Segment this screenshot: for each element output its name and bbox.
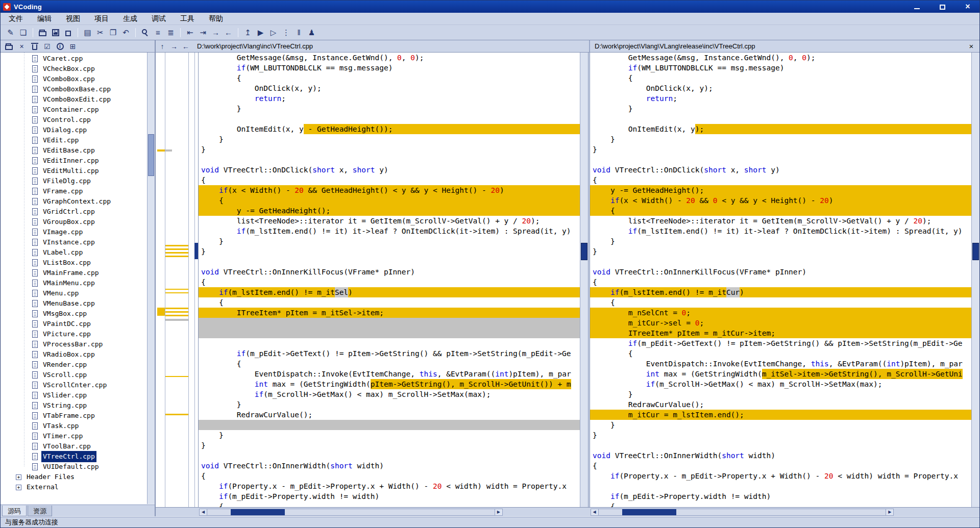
code-line[interactable]: RedrawCurValue(); [199,410,580,420]
code-line[interactable]: { [199,195,580,206]
code-line[interactable]: { [199,277,580,287]
code-line[interactable]: void VTreeCtrl::OnDClick(short x, short … [590,165,971,175]
tree-item[interactable]: VMenuBase.cpp [1,298,147,309]
code-line[interactable]: m_itCur->sel = 0; [590,318,971,328]
code-line[interactable]: m_itCur = m_lstItem.end(); [590,410,971,420]
tree-item[interactable]: VGraphContext.cpp [1,196,147,207]
left-hscrollbar[interactable]: ◀ ▶ [199,509,503,516]
code-line[interactable]: { [590,461,971,471]
pause-icon[interactable]: ‖ [293,27,305,38]
tree-group[interactable]: +External [1,482,147,492]
breakpoints-icon[interactable]: ⋮ [280,27,292,38]
scroll-left-icon[interactable]: ◀ [199,509,207,516]
tile-windows-icon[interactable]: ⊞ [67,41,78,52]
scroll-up-icon[interactable]: ↑ [157,41,167,52]
outdent-icon[interactable]: ⇤ [184,27,196,38]
code-line[interactable]: GetMessage(&msg, Instance.GetWnd(), 0, 0… [199,53,580,63]
scroll-right-icon[interactable]: ▶ [495,509,503,516]
code-line[interactable]: if(m_lstItem.end() != it) it->leaf ? OnI… [590,226,971,236]
right-vscrollbar[interactable] [971,53,979,507]
tree-item[interactable]: VPicture.cpp [1,329,147,339]
deploy-icon[interactable]: ↥ [242,27,254,38]
code-line[interactable]: } [590,104,971,114]
code-line[interactable]: m_nSelCnt = 0; [590,308,971,318]
code-line[interactable]: { [199,73,580,83]
delete-icon[interactable] [29,41,40,52]
new-file-icon[interactable]: ✎ [5,27,16,38]
code-line[interactable]: if(m_lstItem.end() != m_itCur) [590,287,971,297]
tree-scrollbar[interactable] [147,53,155,504]
code-line[interactable]: } [590,430,971,440]
tree-item[interactable]: VToolBar.cpp [1,441,147,451]
tree-item[interactable]: VString.cpp [1,400,147,411]
right-hscroll-track[interactable] [599,509,886,516]
code-line[interactable]: if(m_lstItem.end() != it) it->leaf ? OnI… [199,226,580,236]
tree-item[interactable]: VGridCtrl.cpp [1,207,147,217]
code-line[interactable] [590,114,971,124]
code-line[interactable]: if(Property.x - m_pEdit->Property.x + Wi… [199,481,580,491]
code-line[interactable]: y -= GetHeadHeight(); [199,206,580,216]
nav-forward-icon[interactable]: → [169,41,179,52]
tree-item[interactable]: VEdit.cpp [1,135,147,145]
tree-item[interactable]: VCaret.cpp [1,54,147,64]
menu-item[interactable]: 项目 [87,13,116,24]
menu-item[interactable]: 视图 [59,13,87,24]
expand-icon[interactable]: + [16,485,21,490]
code-line[interactable] [199,114,580,124]
code-line[interactable]: } [199,104,580,114]
tree-item[interactable]: VEditBase.cpp [1,145,147,156]
code-line[interactable]: ITreeItem* pItem = m_itCur->item; [590,328,971,338]
menu-item[interactable]: 文件 [2,13,30,24]
code-line[interactable] [199,420,580,430]
left-code[interactable]: GetMessage(&msg, Instance.GetWnd(), 0, 0… [199,53,580,507]
code-line[interactable] [590,440,971,450]
code-line[interactable]: OnDClick(x, y); [199,83,580,93]
tree-item[interactable]: VComboBoxEdit.cpp [1,94,147,105]
find-icon[interactable] [139,27,151,38]
code-line[interactable] [590,481,971,491]
code-line[interactable]: list<TreeNode>::iterator it = GetItem(m_… [199,216,580,226]
right-hscroll-thumb[interactable] [622,509,676,515]
code-line[interactable] [199,328,580,338]
info-icon[interactable] [55,41,65,52]
tree-item[interactable]: VImage.cpp [1,227,147,237]
code-line[interactable]: int max = (GetStringWidth(pItem->GetStri… [199,379,580,389]
code-line[interactable]: } [590,134,971,144]
goto-next-icon[interactable]: → [210,27,222,38]
print-icon[interactable]: ▤ [82,27,93,38]
tree-item[interactable]: VCheckBox.cpp [1,64,147,74]
code-line[interactable]: OnItemEdit(x, y - GetHeadHeight()); [199,124,580,134]
code-line[interactable]: { [199,175,580,185]
open-folder-icon[interactable] [37,27,48,38]
code-line[interactable]: void VTreeCtrl::OnInnerKillFocus(VFrame*… [590,267,971,277]
code-line[interactable]: } [199,399,580,410]
code-line[interactable]: if(m_pEdit->GetText() != pItem->GetStrin… [590,338,971,348]
goto-prev-icon[interactable]: ← [223,27,234,38]
tree-item[interactable]: VComboBoxBase.cpp [1,84,147,94]
code-line[interactable]: { [199,297,580,308]
new-project-icon[interactable]: ❏ [17,27,29,38]
code-line[interactable]: void VTreeCtrl::OnDClick(short x, short … [199,165,580,175]
tree-item[interactable]: VMainMenu.cpp [1,278,147,288]
panel-tab[interactable]: 资源 [28,506,52,516]
scroll-left-icon[interactable]: ◀ [591,509,599,516]
code-line[interactable]: int max = (GetStringWidth(m_itSel->item-… [590,369,971,379]
minimap-thumb[interactable] [194,243,198,259]
cut-icon[interactable]: ✂ [94,27,106,38]
tree-item[interactable]: VFrame.cpp [1,186,147,196]
tree-item[interactable]: VFileDlg.cpp [1,176,147,186]
right-code[interactable]: GetMessage(&msg, Instance.GetWnd(), 0, 0… [590,53,971,507]
code-line[interactable]: OnItemEdit(x, y); [590,124,971,134]
tree-item[interactable]: VMenu.cpp [1,288,147,298]
code-line[interactable]: { [590,175,971,185]
save-all-icon[interactable] [62,27,74,38]
menu-item[interactable]: 生成 [116,13,144,24]
code-line[interactable]: if(m_pEdit->Property.width != width) [590,491,971,501]
maximize-button[interactable] [936,2,949,11]
tree-item[interactable]: VLabel.cpp [1,247,147,258]
checked-files-icon[interactable]: ☑ [42,41,53,52]
left-vscrollbar[interactable] [580,53,588,507]
menu-item[interactable]: 工具 [173,13,202,24]
code-line[interactable] [590,257,971,267]
code-line[interactable]: { [590,501,971,507]
